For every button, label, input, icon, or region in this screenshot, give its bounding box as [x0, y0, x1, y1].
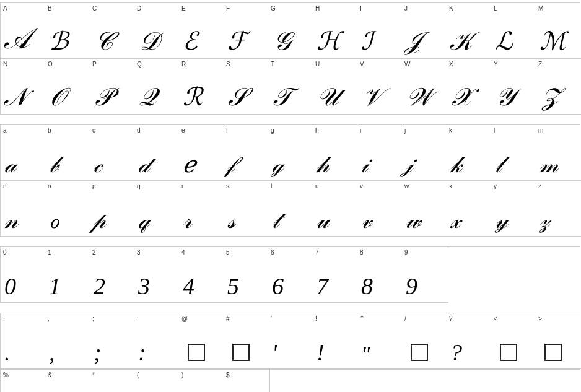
cell-ampersand: &: [45, 370, 92, 392]
cell-A: A𝒜: [1, 3, 47, 59]
cell-G: G𝒢: [268, 3, 315, 59]
cell-d: d𝒹: [134, 125, 181, 181]
cell-percent: %: [1, 370, 47, 392]
cell-a: a𝒶: [1, 125, 47, 181]
cell-question: ??: [447, 313, 493, 369]
cell-Y: Y𝒴: [491, 59, 538, 115]
cell-semicolon: ;;: [90, 313, 136, 369]
cell-exclamation: !!: [313, 313, 359, 369]
cell-t: t𝓉: [268, 181, 315, 237]
cell-P: P𝒫: [90, 59, 136, 115]
cell-J: J𝒥: [402, 3, 448, 59]
uppercase-section: A𝒜 Bℬ C𝒞 D𝒟 Eℰ Fℱ G𝒢 Hℋ Iℐ J𝒥 K𝒦 Lℒ Mℳ N…: [0, 2, 580, 115]
cell-g: gℊ: [268, 125, 315, 181]
cell-apostrophe: '': [268, 313, 315, 369]
cell-U: U𝒰: [313, 59, 359, 115]
cell-M: Mℳ: [536, 3, 581, 59]
cell-0: 00: [1, 247, 47, 303]
cell-F: Fℱ: [224, 3, 270, 59]
cell-period: ..: [1, 313, 47, 369]
cell-comma: ,,: [45, 313, 92, 369]
cell-k: k𝓀: [447, 125, 493, 181]
cell-u: u𝓊: [313, 181, 359, 237]
cell-W: W𝒲: [402, 59, 448, 115]
cell-L: Lℒ: [491, 3, 538, 59]
cell-slash: /: [402, 313, 448, 369]
cell-I: Iℐ: [357, 3, 404, 59]
cell-c: c𝒸: [90, 125, 136, 181]
cell-R: Rℛ: [179, 59, 225, 115]
punctuation-section: .. ,, ;; :: @ # '' !! """ / ?? < > % & *…: [0, 313, 580, 392]
cell-T: T𝒯: [268, 59, 315, 115]
cell-4: 44: [179, 247, 225, 303]
cell-D: D𝒟: [134, 3, 181, 59]
cell-i: i𝒾: [357, 125, 404, 181]
cell-O: O𝒪: [45, 59, 92, 115]
cell-j: j𝒿: [402, 125, 448, 181]
cell-f: f𝒻: [224, 125, 270, 181]
cell-w: w𝓌: [402, 181, 448, 237]
cell-C: C𝒞: [90, 3, 136, 59]
cell-at: @: [179, 313, 225, 369]
cell-q: q𝓆: [134, 181, 181, 237]
cell-S: S𝒮: [224, 59, 270, 115]
cell-N: N𝒩: [1, 59, 47, 115]
lowercase-section: a𝒶 b𝒷 c𝒸 d𝒹 eℯ f𝒻 gℊ h𝒽 i𝒾 j𝒿 k𝓀 l𝓁 m𝓂 n…: [0, 124, 580, 237]
cell-lparen: ((: [134, 370, 181, 392]
cell-n: n𝓃: [1, 181, 47, 237]
cell-asterisk: *: [90, 370, 136, 392]
cell-rparen: )): [179, 370, 225, 392]
cell-Q: Q𝒬: [134, 59, 181, 115]
cell-1: 11: [45, 247, 92, 303]
cell-hash: #: [224, 313, 270, 369]
cell-p: p𝓅: [90, 181, 136, 237]
cell-m: m𝓂: [536, 125, 581, 181]
cell-l: l𝓁: [491, 125, 538, 181]
cell-2: 22: [90, 247, 136, 303]
cell-quote: """: [357, 313, 404, 369]
cell-9: 99: [402, 247, 448, 303]
cell-Z: Z𝒵: [536, 59, 581, 115]
cell-B: Bℬ: [45, 3, 92, 59]
cell-3: 33: [134, 247, 181, 303]
cell-e: eℯ: [179, 125, 225, 181]
cell-7: 77: [313, 247, 359, 303]
cell-5: 55: [224, 247, 270, 303]
cell-z: z𝓏: [536, 181, 581, 237]
numbers-section: 00 11 22 33 44 55 66 77 88 99: [0, 246, 580, 303]
cell-x: x𝓍: [447, 181, 493, 237]
cell-H: Hℋ: [313, 3, 359, 59]
cell-r: r𝓇: [179, 181, 225, 237]
cell-K: K𝒦: [447, 3, 493, 59]
cell-o: oℴ: [45, 181, 92, 237]
cell-E: Eℰ: [179, 3, 225, 59]
cell-X: X𝒳: [447, 59, 493, 115]
cell-dollar: $: [224, 370, 270, 392]
cell-V: V𝒱: [357, 59, 404, 115]
cell-y: y𝓎: [491, 181, 538, 237]
cell-colon: ::: [134, 313, 181, 369]
cell-v: v𝓋: [357, 181, 404, 237]
cell-s: s𝓈: [224, 181, 270, 237]
cell-lt: <: [491, 313, 538, 369]
cell-h: h𝒽: [313, 125, 359, 181]
cell-b: b𝒷: [45, 125, 92, 181]
cell-6: 66: [268, 247, 315, 303]
font-preview-page: A𝒜 Bℬ C𝒞 D𝒟 Eℰ Fℱ G𝒢 Hℋ Iℐ J𝒥 K𝒦 Lℒ Mℳ N…: [0, 0, 581, 392]
cell-gt: >: [536, 313, 581, 369]
cell-8: 88: [357, 247, 404, 303]
